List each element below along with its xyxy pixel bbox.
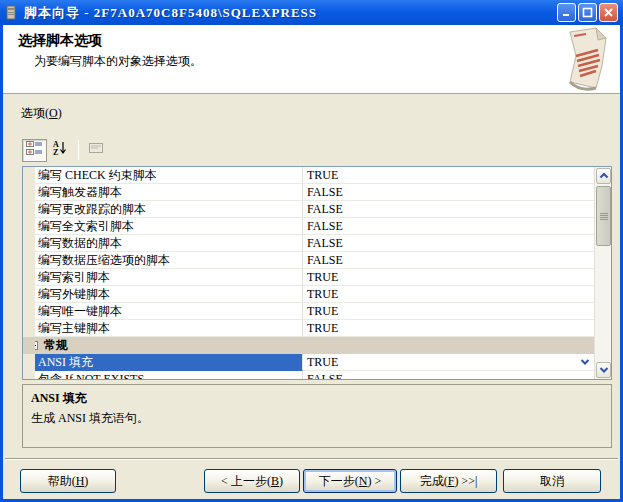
page-title: 选择脚本选项	[18, 32, 102, 50]
page-subtitle: 为要编写脚本的对象选择选项。	[34, 53, 202, 70]
row-name[interactable]: 编写唯一键脚本	[35, 303, 303, 320]
selected-row-value: TRUE	[307, 355, 338, 369]
row-value[interactable]: FALSE	[303, 235, 594, 252]
scroll-down-button[interactable]	[596, 362, 611, 378]
table-row[interactable]: 编写外键脚本TRUE	[23, 286, 594, 303]
row-name[interactable]: 编写触发器脚本	[35, 184, 303, 201]
row-name[interactable]: 编写外键脚本	[35, 286, 303, 303]
toolbar-separator	[78, 140, 79, 160]
table-row[interactable]: 编写索引脚本TRUE	[23, 269, 594, 286]
description-title: ANSI 填充	[31, 390, 603, 407]
partial-row-name[interactable]: 包含 If NOT EXISTS	[35, 371, 303, 379]
close-button[interactable]	[599, 3, 618, 22]
table-row[interactable]: 编写更改跟踪的脚本FALSE	[23, 201, 594, 218]
selected-row[interactable]: ANSI 填充 TRUE	[23, 354, 594, 371]
row-name[interactable]: 编写数据压缩选项的脚本	[35, 252, 303, 269]
property-pages-button	[83, 139, 108, 162]
table-row[interactable]: 编写主键脚本TRUE	[23, 320, 594, 337]
script-options-grid: 编写 CHECK 约束脚本TRUE编写触发器脚本FALSE编写更改跟踪的脚本FA…	[22, 166, 612, 380]
row-name[interactable]: 编写索引脚本	[35, 269, 303, 286]
titlebar[interactable]: 脚本向导 - 2F7A0A70C8F5408\SQLEXPRESS	[0, 0, 623, 25]
scroll-up-button[interactable]	[596, 168, 611, 184]
property-pages-icon	[88, 141, 104, 159]
table-row[interactable]: 编写数据压缩选项的脚本FALSE	[23, 252, 594, 269]
selected-row-name[interactable]: ANSI 填充	[35, 354, 303, 371]
grid-toolbar: A Z	[22, 138, 108, 162]
value-dropdown-button[interactable]	[577, 355, 593, 369]
table-row[interactable]: 编写全文索引脚本FALSE	[23, 218, 594, 235]
row-name[interactable]: 编写更改跟踪的脚本	[35, 201, 303, 218]
wizard-header: 选择脚本选项 为要编写脚本的对象选择选项。	[3, 25, 620, 94]
table-row[interactable]: 编写触发器脚本FALSE	[23, 184, 594, 201]
row-name[interactable]: 编写主键脚本	[35, 320, 303, 337]
row-value[interactable]: TRUE	[303, 167, 594, 184]
category-label: 常规	[44, 337, 68, 353]
separator-line	[5, 458, 618, 460]
category-row[interactable]: 常规	[23, 337, 594, 354]
property-description-panel: ANSI 填充 生成 ANSI 填充语句。	[22, 384, 612, 448]
row-name[interactable]: 编写数据的脚本	[35, 235, 303, 252]
partial-row-value[interactable]: FALSE	[303, 371, 594, 379]
categorized-view-button[interactable]	[22, 139, 47, 162]
vertical-scrollbar[interactable]	[594, 167, 611, 379]
partial-row[interactable]: 包含 If NOT EXISTS FALSE	[23, 371, 594, 379]
row-value[interactable]: FALSE	[303, 252, 594, 269]
row-value[interactable]: TRUE	[303, 286, 594, 303]
cancel-button[interactable]: 取消	[503, 469, 601, 493]
window-title: 脚本向导 - 2F7A0A70C8F5408\SQLEXPRESS	[24, 4, 555, 22]
table-row[interactable]: 编写唯一键脚本TRUE	[23, 303, 594, 320]
row-value[interactable]: FALSE	[303, 201, 594, 218]
row-name[interactable]: 编写 CHECK 约束脚本	[35, 167, 303, 184]
next-button[interactable]: 下一步(N) >	[303, 469, 397, 493]
row-value[interactable]: TRUE	[303, 303, 594, 320]
alphabetical-sort-button[interactable]: A Z	[47, 139, 72, 162]
chevron-down-icon	[599, 366, 609, 374]
row-value[interactable]: FALSE	[303, 218, 594, 235]
row-name[interactable]: 编写全文索引脚本	[35, 218, 303, 235]
minimize-button[interactable]	[557, 3, 576, 22]
table-row[interactable]: 编写 CHECK 约束脚本TRUE	[23, 167, 594, 184]
svg-text:Z: Z	[53, 148, 58, 156]
grid-rows: 编写 CHECK 约束脚本TRUE编写触发器脚本FALSE编写更改跟踪的脚本FA…	[23, 167, 594, 337]
back-button[interactable]: < 上一步(B)	[204, 469, 300, 493]
description-text: 生成 ANSI 填充语句。	[31, 410, 603, 427]
app-icon	[5, 5, 19, 21]
help-button[interactable]: 帮助(H)	[20, 469, 116, 493]
chevron-down-icon	[580, 358, 590, 366]
categorized-icon	[26, 141, 43, 160]
row-value[interactable]: TRUE	[303, 269, 594, 286]
collapse-icon[interactable]	[35, 341, 38, 350]
row-value[interactable]: FALSE	[303, 184, 594, 201]
script-wizard-dialog: 脚本向导 - 2F7A0A70C8F5408\SQLEXPRESS 选择脚本选项…	[0, 0, 623, 502]
az-sort-icon: A Z	[52, 140, 68, 160]
options-label: 选项(O)	[21, 105, 62, 122]
grid-viewport: 编写 CHECK 约束脚本TRUE编写触发器脚本FALSE编写更改跟踪的脚本FA…	[23, 167, 594, 379]
table-row[interactable]: 编写数据的脚本FALSE	[23, 235, 594, 252]
chevron-up-icon	[599, 172, 609, 180]
scrollbar-thumb[interactable]	[596, 186, 611, 246]
row-value[interactable]: TRUE	[303, 320, 594, 337]
maximize-button[interactable]	[578, 3, 597, 22]
finish-button[interactable]: 完成(F) >>|	[400, 469, 497, 493]
script-watermark-icon	[556, 26, 614, 96]
